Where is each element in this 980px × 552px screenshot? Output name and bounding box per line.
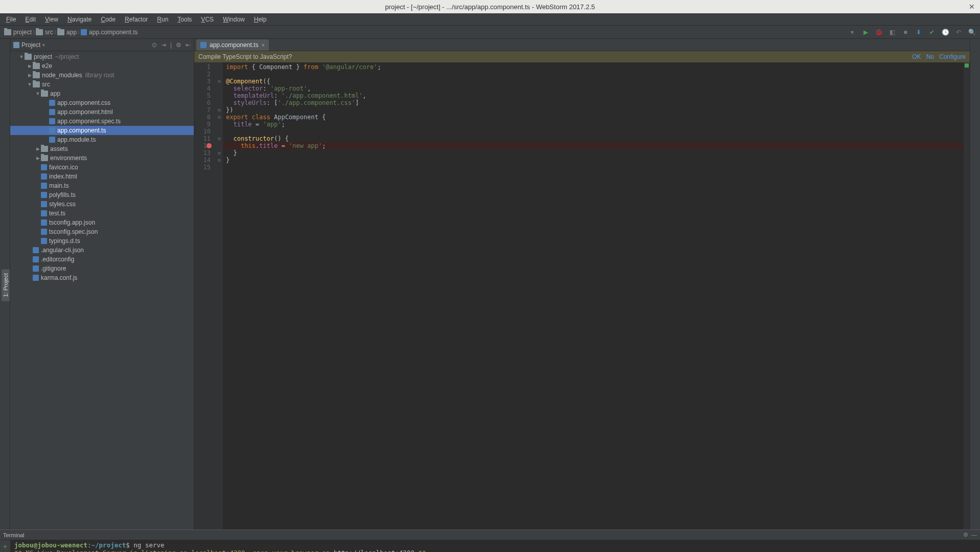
folder-icon: [33, 63, 40, 69]
tree-item-app[interactable]: ▼app: [10, 89, 194, 98]
vcs-history-icon[interactable]: 🕓: [941, 28, 949, 36]
tree-item-test.ts[interactable]: test.ts: [10, 209, 194, 218]
fold-gutter[interactable]: ⊟⊟⊟⊟⊟⊟: [216, 62, 223, 529]
tree-item-app.component.ts[interactable]: app.component.ts: [10, 126, 194, 135]
breakpoint-icon[interactable]: [207, 143, 212, 148]
tree-item-.editorconfig[interactable]: .editorconfig: [10, 255, 194, 264]
tree-item-app.component.spec.ts[interactable]: app.component.spec.ts: [10, 117, 194, 126]
tree-item-karma.conf.js[interactable]: karma.conf.js: [10, 273, 194, 282]
tree-item-tsconfig.spec.json[interactable]: tsconfig.spec.json: [10, 227, 194, 236]
menu-navigate[interactable]: Navigate: [63, 15, 96, 24]
window-close-button[interactable]: ✕: [969, 3, 975, 11]
menu-window[interactable]: Window: [219, 15, 249, 24]
folder-icon: [36, 29, 43, 35]
tree-item-styles.css[interactable]: styles.css: [10, 200, 194, 209]
folder-icon: [41, 91, 48, 97]
left-tool-gutter: 1: Project 7: Structure 2: Favorites npm: [0, 39, 10, 529]
folder-icon: [33, 72, 40, 78]
run-button[interactable]: ▶: [861, 28, 870, 36]
coverage-button[interactable]: ◧: [888, 28, 896, 36]
compile-configure-link[interactable]: Configure: [939, 53, 966, 60]
tree-item-environments[interactable]: ▶environments: [10, 153, 194, 163]
compile-no-link[interactable]: No: [926, 53, 934, 60]
tree-label: app.module.ts: [57, 136, 96, 143]
svg-rect-0: [13, 42, 19, 48]
tree-twisty[interactable]: ▶: [27, 73, 33, 78]
breadcrumb-project[interactable]: project: [4, 29, 32, 36]
code-editor[interactable]: 123456789101112131415 ⊟⊟⊟⊟⊟⊟ import { Co…: [194, 62, 970, 529]
menu-refactor[interactable]: Refactor: [121, 15, 152, 24]
run-config-dropdown[interactable]: ▾: [848, 28, 856, 36]
ts-icon: [41, 164, 47, 170]
autoscroll-icon[interactable]: ⊙: [152, 41, 157, 49]
ts-icon: [49, 118, 55, 124]
compile-ok-link[interactable]: OK: [912, 53, 921, 60]
tree-item-tsconfig.app.json[interactable]: tsconfig.app.json: [10, 218, 194, 227]
tree-item-e2e[interactable]: ▶e2e: [10, 61, 194, 71]
undo-icon[interactable]: ↶: [954, 28, 963, 36]
breadcrumb-app[interactable]: app: [57, 29, 77, 36]
new-terminal-icon[interactable]: +: [3, 542, 7, 550]
tree-item-.angular-cli.json[interactable]: .angular-cli.json: [10, 246, 194, 255]
gear-icon[interactable]: ⚙: [176, 41, 181, 49]
terminal-output[interactable]: jobou@jobou-weenect:~/project$ ng serve …: [10, 540, 980, 552]
hide-icon[interactable]: ⇤: [186, 41, 191, 49]
ts-icon: [33, 256, 39, 262]
tree-item-project[interactable]: ▼project~/project: [10, 52, 194, 61]
tree-twisty[interactable]: ▼: [27, 82, 33, 87]
tree-item-app.component.css[interactable]: app.component.css: [10, 98, 194, 107]
tree-label: styles.css: [49, 201, 76, 208]
tree-item-node_modules[interactable]: ▶node_moduleslibrary root: [10, 71, 194, 80]
editor-tab[interactable]: app.component.ts ×: [196, 39, 269, 51]
tree-label: polyfills.ts: [49, 191, 76, 198]
vcs-commit-icon[interactable]: ✔: [928, 28, 936, 36]
breadcrumb-src[interactable]: src: [36, 29, 53, 36]
editor-minimap[interactable]: [964, 62, 970, 529]
menu-code[interactable]: Code: [97, 15, 120, 24]
menu-file[interactable]: File: [2, 15, 20, 24]
tree-label: index.html: [49, 173, 77, 180]
close-tab-icon[interactable]: ×: [261, 42, 264, 48]
search-icon[interactable]: 🔍: [968, 28, 976, 36]
tree-item-favicon.ico[interactable]: favicon.ico: [10, 163, 194, 172]
tree-item-app.component.html[interactable]: app.component.html: [10, 107, 194, 117]
tool-tab-project[interactable]: 1: Project: [2, 269, 10, 301]
project-panel-title[interactable]: Project ▾: [13, 41, 45, 49]
folder-icon: [41, 155, 48, 161]
tool-tab-structure[interactable]: 7: Structure: [0, 267, 2, 304]
tree-label: app.component.ts: [57, 127, 106, 134]
tree-label: app.component.spec.ts: [57, 118, 121, 125]
menu-help[interactable]: Help: [250, 15, 271, 24]
tree-item-typings.d.ts[interactable]: typings.d.ts: [10, 236, 194, 246]
hide-terminal-icon[interactable]: —: [971, 532, 977, 538]
tree-twisty[interactable]: ▼: [35, 91, 41, 96]
tree-twisty[interactable]: ▼: [18, 54, 25, 59]
menu-edit[interactable]: Edit: [21, 15, 40, 24]
menu-run[interactable]: Run: [153, 15, 172, 24]
collapse-icon[interactable]: ⇥: [161, 41, 166, 49]
stop-button[interactable]: ■: [901, 28, 909, 36]
gear-icon[interactable]: ⚙: [963, 532, 968, 538]
tree-item-assets[interactable]: ▶assets: [10, 144, 194, 153]
tree-item-src[interactable]: ▼src: [10, 80, 194, 89]
menu-vcs[interactable]: VCS: [197, 15, 218, 24]
debug-button[interactable]: 🐞: [875, 28, 883, 36]
tree-item-main.ts[interactable]: main.ts: [10, 181, 194, 190]
tree-twisty[interactable]: ▶: [35, 146, 41, 151]
breadcrumb-app.component.ts[interactable]: app.component.ts: [81, 29, 138, 36]
tree-item-index.html[interactable]: index.html: [10, 172, 194, 181]
tree-twisty[interactable]: ▶: [35, 156, 41, 161]
tree-label: src: [42, 81, 50, 88]
menu-view[interactable]: View: [41, 15, 62, 24]
tree-item-polyfills.ts[interactable]: polyfills.ts: [10, 190, 194, 200]
project-tree[interactable]: ▼project~/project▶e2e▶node_moduleslibrar…: [10, 51, 194, 529]
tree-item-.gitignore[interactable]: .gitignore: [10, 264, 194, 273]
toolbar-right: ▾ ▶ 🐞 ◧ ■ ⬇ ✔ 🕓 ↶ 🔍: [848, 28, 976, 36]
tree-item-app.module.ts[interactable]: app.module.ts: [10, 135, 194, 144]
tree-label: tsconfig.app.json: [49, 219, 95, 226]
menu-tools[interactable]: Tools: [173, 15, 196, 24]
vcs-update-icon[interactable]: ⬇: [915, 28, 923, 36]
tree-twisty[interactable]: ▶: [27, 63, 33, 69]
code-content[interactable]: import { Component } from '@angular/core…: [223, 62, 964, 529]
tree-label: app.component.html: [57, 108, 113, 116]
